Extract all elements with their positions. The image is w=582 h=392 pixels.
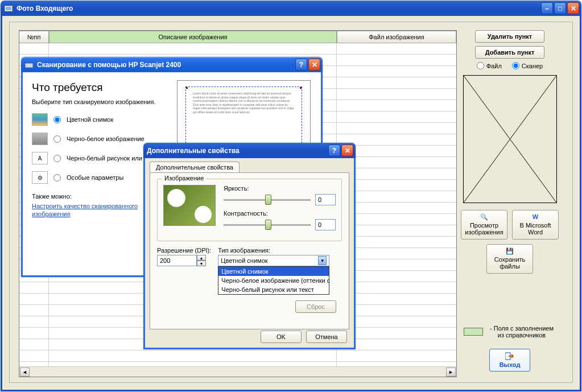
props-tab[interactable]: Дополнительные свойства — [150, 162, 240, 173]
combo-item[interactable]: Черно-белый рисунок или текст — [218, 285, 329, 294]
exit-icon — [505, 352, 514, 361]
type-label: Тип изображения: — [218, 247, 342, 254]
app-icon — [4, 4, 13, 13]
legend-text: - Поля с заполнением из справочников — [488, 325, 556, 339]
help-button[interactable]: ? — [295, 59, 307, 71]
scan-opt-color-label: Цветной снимок — [67, 116, 113, 123]
chevron-down-icon[interactable]: ▼ — [318, 256, 327, 265]
scroll-right-icon[interactable]: ► — [446, 368, 456, 377]
col-header-desc[interactable]: Описание изображения — [49, 31, 337, 43]
crop-handle-icon[interactable] — [300, 86, 302, 89]
exit-label: Выход — [500, 361, 521, 368]
svg-rect-5 — [25, 63, 33, 68]
main-title: Фото Входящего — [16, 5, 73, 13]
col-header-file[interactable]: Файл изображения — [337, 31, 456, 43]
props-title: Дополнительные свойства — [147, 147, 240, 155]
word-icon: W — [533, 213, 538, 221]
dpi-label: Разрешение (DPI): — [157, 247, 211, 254]
main-titlebar[interactable]: Фото Входящего – □ ✕ — [1, 1, 581, 16]
scan-opt-gray-label: Черно-белое изображение (оттенки серого) — [67, 135, 146, 142]
horizontal-scrollbar[interactable]: ◄ ► — [19, 366, 456, 377]
table-row[interactable] — [19, 362, 456, 366]
text-thumb-icon: A — [32, 152, 48, 164]
dpi-spinner[interactable]: ▲▼ — [157, 255, 211, 266]
spin-down-icon[interactable]: ▼ — [197, 261, 206, 266]
props-dialog: Дополнительные свойства ? ✕ Дополнительн… — [143, 143, 356, 349]
custom-thumb-icon: ⚙ — [32, 171, 48, 184]
image-group: Изображение Яркость: Контрастность: — [157, 179, 342, 241]
props-help-button[interactable]: ? — [328, 145, 340, 156]
magnifier-icon: 🔍 — [480, 213, 488, 221]
crop-handle-icon[interactable] — [185, 86, 188, 89]
scan-close-button[interactable]: ✕ — [308, 59, 320, 71]
floppy-icon: 💾 — [506, 247, 514, 255]
legend: - Поля с заполнением из справочников — [457, 325, 562, 339]
contrast-slider[interactable] — [224, 220, 311, 230]
table-row[interactable] — [19, 350, 456, 362]
scan-opt-custom-label: Особые параметры — [67, 174, 123, 181]
view-image-label: Просмотр изображения — [461, 222, 507, 236]
export-word-button[interactable]: W В Microsoft Word — [512, 210, 559, 240]
cancel-button[interactable]: Отмена — [306, 331, 347, 343]
image-group-title: Изображение — [162, 175, 206, 181]
save-files-label: Сохранить файлы — [487, 256, 533, 270]
view-image-button[interactable]: 🔍 Просмотр изображения — [461, 210, 507, 240]
contrast-label: Контрастность: — [224, 210, 336, 217]
scanner-icon — [24, 60, 34, 69]
contrast-value[interactable] — [315, 219, 336, 230]
spin-up-icon[interactable]: ▲ — [197, 255, 206, 261]
radio-file[interactable]: Файл — [477, 62, 502, 69]
ok-button[interactable]: OK — [261, 331, 302, 343]
radio-file-label: Файл — [486, 63, 502, 69]
svg-rect-1 — [6, 7, 11, 10]
brightness-slider[interactable] — [224, 195, 311, 205]
close-button[interactable]: ✕ — [567, 2, 579, 14]
props-titlebar[interactable]: Дополнительные свойства ? ✕ — [143, 143, 356, 158]
props-close-button[interactable]: ✕ — [341, 145, 353, 156]
scan-titlebar[interactable]: Сканирование с помощью HP Scanjet 2400 ?… — [21, 57, 323, 72]
exit-button[interactable]: Выход — [489, 349, 530, 372]
brightness-label: Яркость: — [224, 185, 336, 192]
reset-button[interactable]: Сброс — [295, 300, 336, 313]
scan-title: Сканирование с помощью HP Scanjet 2400 — [37, 61, 181, 69]
radio-scanner-label: Сканер — [522, 63, 543, 69]
legend-swatch — [464, 328, 483, 336]
type-selected: Цветной снимок — [221, 257, 267, 264]
radio-scanner[interactable]: Сканер — [512, 62, 543, 69]
gray-thumb-icon — [32, 133, 48, 145]
scroll-left-icon[interactable]: ◄ — [20, 368, 30, 377]
image-preview-placeholder — [463, 75, 557, 203]
table-row[interactable] — [19, 43, 456, 55]
scan-opt-bw-label: Черно-белый рисунок или текст — [67, 155, 146, 162]
col-header-num[interactable]: №пп — [19, 31, 49, 43]
minimize-button[interactable]: – — [541, 2, 553, 14]
brightness-value[interactable] — [315, 194, 336, 205]
combo-item[interactable]: Цветной снимок — [218, 267, 329, 276]
image-type-dropdown[interactable]: Цветной снимок Черно-белое изображение (… — [218, 266, 329, 295]
export-word-label: В Microsoft Word — [513, 222, 558, 236]
maximize-button[interactable]: □ — [554, 2, 566, 14]
combo-item[interactable]: Черно-белое изображение (оттенки серого) — [218, 276, 329, 285]
add-button[interactable]: Добавить пункт — [475, 46, 544, 59]
save-files-button[interactable]: 💾 Сохранить файлы — [486, 244, 533, 274]
sample-image-icon — [163, 185, 216, 226]
sidebar: Удалить пункт Добавить пункт Файл Сканер… — [457, 30, 562, 372]
image-type-combo[interactable]: Цветной снимок ▼ Цветной снимок Черно-бе… — [218, 255, 329, 266]
delete-button[interactable]: Удалить пункт — [475, 30, 544, 43]
dpi-input[interactable] — [157, 255, 197, 266]
color-thumb-icon — [32, 113, 48, 126]
